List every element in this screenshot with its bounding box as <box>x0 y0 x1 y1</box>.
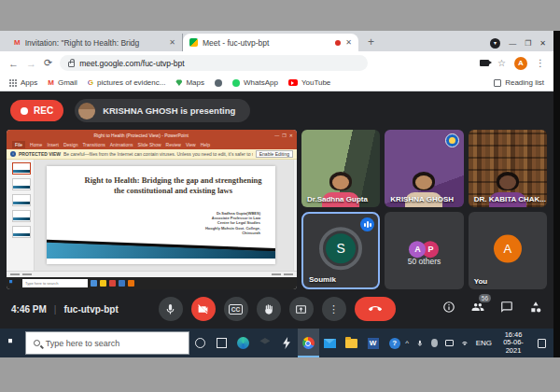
new-tab-button[interactable]: + <box>368 35 374 49</box>
microphone-button[interactable] <box>159 297 183 321</box>
taskbar-search[interactable]: Type here to search <box>25 331 189 355</box>
slide-canvas: Right to Health: Bridging the gap and st… <box>35 160 297 271</box>
tray-mic-icon[interactable] <box>416 339 424 348</box>
protected-view-banner: i PROTECTED VIEW Be careful—files from t… <box>7 149 297 160</box>
tile-sadhna-gupta[interactable]: Dr.Sadhna Gupta <box>301 130 380 207</box>
address-bar[interactable]: meet.google.com/fuc-utvp-bpt <box>60 55 368 71</box>
taskbar-word[interactable]: W <box>362 329 384 357</box>
protected-view-label: PROTECTED VIEW <box>19 151 61 157</box>
participants-button[interactable]: 56 <box>471 301 484 317</box>
bookmark-label: Maps <box>186 78 204 87</box>
bookmark-youtube[interactable]: YouTube <box>288 78 330 87</box>
window-minimize-button[interactable]: — <box>509 39 516 48</box>
participant-grid: Dr.Sadhna Gupta KRISHNA GHOSH <box>301 130 547 289</box>
meet-control-bar: 4:46 PM | fuc-utvp-bpt CC <box>0 289 553 329</box>
reading-list-button[interactable]: Reading list <box>494 78 544 87</box>
camera-indicator-icon[interactable] <box>480 60 489 66</box>
lightning-icon <box>282 337 292 349</box>
more-options-button[interactable]: ⋮ <box>322 297 346 321</box>
taskbar-chrome-active[interactable] <box>298 329 319 357</box>
forward-icon[interactable]: → <box>26 58 36 69</box>
taskbar-utility[interactable] <box>276 329 298 357</box>
tile-kabita-chak[interactable]: DR. KABITA CHAK... <box>469 130 547 207</box>
presenter-app-icon <box>91 280 97 287</box>
tab-title: Invitation: "Right to Health: Bridg <box>25 38 165 48</box>
presentation-tile[interactable]: Right to Health (Protected View) - Power… <box>7 130 297 289</box>
browser-menu-icon[interactable]: ⋮ <box>536 58 545 68</box>
avatar-ring: S <box>319 227 362 270</box>
task-view-button[interactable] <box>211 329 232 357</box>
gmail-favicon-icon: M <box>14 38 21 47</box>
chat-button[interactable] <box>500 301 513 317</box>
bookmark-star-icon[interactable]: ☆ <box>497 58 506 68</box>
cortana-button[interactable] <box>189 329 211 357</box>
present-screen-button[interactable] <box>289 297 314 321</box>
taskbar-dropbox[interactable] <box>254 329 275 357</box>
tab-search-icon[interactable]: ▾ <box>490 38 500 49</box>
slide-thumbnail-5 <box>12 226 31 238</box>
ppt-maximize-icon: ❐ <box>282 133 286 138</box>
tile-krishna-ghosh[interactable]: KRISHNA GHOSH <box>385 130 463 207</box>
tray-app-icon[interactable] <box>431 339 438 347</box>
wifi-icon[interactable] <box>461 339 469 348</box>
window-close-button[interactable]: ✕ <box>539 39 546 48</box>
taskbar-edge[interactable] <box>232 329 254 357</box>
ribbon-tab-review: Review <box>166 142 181 147</box>
taskbar-help[interactable]: ? <box>384 329 405 357</box>
bookmark-pictures[interactable]: G pictures of evidenc... <box>88 78 166 87</box>
taskbar-clock[interactable]: 16:46 05-06-2021 <box>499 331 527 356</box>
presenting-text: KRISHNA GHOSH is presenting <box>103 105 235 116</box>
end-call-button[interactable] <box>355 297 396 321</box>
chrome-icon <box>302 337 315 349</box>
meeting-details-button[interactable] <box>442 301 455 317</box>
slide-thumbnail-4 <box>12 210 31 222</box>
word-icon: W <box>368 338 379 349</box>
reload-icon[interactable]: ⟳ <box>44 57 52 69</box>
system-tray: ^ ENG 16:46 05-06-2021 <box>405 331 553 356</box>
tile-you[interactable]: A You <box>469 212 547 289</box>
raise-hand-button[interactable] <box>257 297 281 321</box>
edge-icon <box>237 337 249 349</box>
ribbon-tab-slideshow: Slide Show <box>138 142 161 147</box>
captions-button[interactable]: CC <box>224 297 248 321</box>
action-center-icon[interactable] <box>538 339 546 348</box>
hidden-icons-button[interactable]: ^ <box>405 339 409 347</box>
window-maximize-button[interactable]: ❐ <box>525 39 531 48</box>
powerpoint-window-title: Right to Health (Protected View) - Power… <box>10 133 272 138</box>
activities-button[interactable] <box>529 301 542 317</box>
ribbon-tab-animations: Animations <box>110 142 133 147</box>
back-icon[interactable]: ← <box>8 58 19 69</box>
reading-list-icon <box>494 79 501 87</box>
recording-badge: REC <box>10 100 63 121</box>
profile-avatar[interactable]: A <box>514 57 527 70</box>
more-icon: ⋮ <box>329 303 339 315</box>
chat-icon <box>500 301 513 314</box>
bookmark-apps[interactable]: Apps <box>9 78 37 87</box>
taskbar-mail[interactable] <box>319 329 341 357</box>
tile-others[interactable]: A P 50 others <box>385 212 463 289</box>
meet-app: REC KRISHNA GHOSH is presenting Right to… <box>0 91 553 329</box>
tab-close-icon[interactable]: ✕ <box>345 38 352 47</box>
meeting-code: fuc-utvp-bpt <box>63 304 118 315</box>
language-indicator[interactable]: ENG <box>476 339 492 347</box>
bookmark-whatsapp[interactable]: WhatsApp <box>232 78 278 87</box>
bookmark-maps[interactable]: Maps <box>175 78 204 87</box>
avatar: A <box>494 234 522 262</box>
tray-device-icon[interactable] <box>445 340 454 346</box>
tile-soumik-active-speaker[interactable]: S Soumik <box>301 212 380 289</box>
bookmark-unlabeled[interactable] <box>215 79 222 87</box>
current-slide: Right to Health: Bridging the gap and st… <box>47 166 275 264</box>
camera-off-button[interactable] <box>191 297 216 321</box>
bookmark-gmail[interactable]: M Gmail <box>48 78 77 87</box>
slide-thumbnail-panel <box>7 160 35 271</box>
tab-gmail-invitation[interactable]: M Invitation: "Right to Health: Bridg ✕ <box>7 34 183 51</box>
recording-dot-icon <box>21 107 28 115</box>
slide-thumbnail-1 <box>12 162 31 175</box>
start-button[interactable] <box>0 339 25 347</box>
tab-close-icon[interactable]: ✕ <box>169 38 175 47</box>
presenter-app-icon <box>100 280 106 287</box>
presenter-search-box: Type here to search <box>22 279 88 287</box>
presenter-start-icon <box>9 280 16 287</box>
tab-meet-active[interactable]: Meet - fuc-utvp-bpt ✕ <box>183 34 358 51</box>
taskbar-file-explorer[interactable] <box>341 329 362 357</box>
